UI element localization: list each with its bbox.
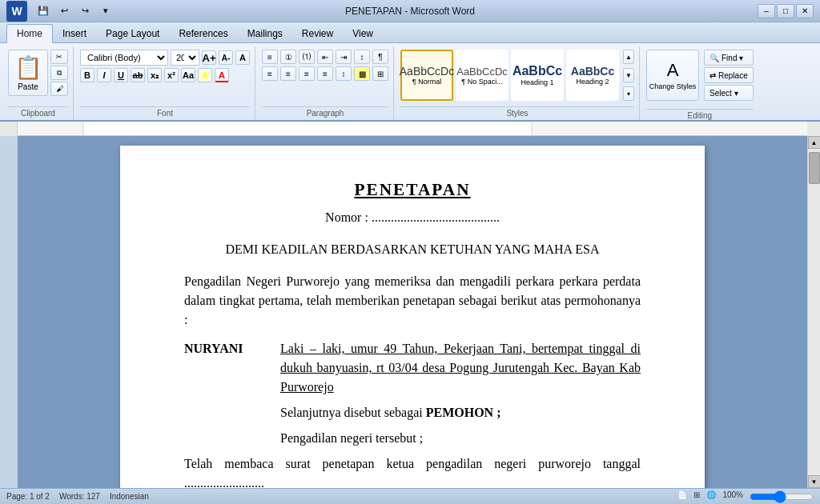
tab-home[interactable]: Home bbox=[6, 24, 53, 43]
shrink-font-btn[interactable]: A- bbox=[219, 50, 233, 65]
svg-rect-1 bbox=[83, 122, 532, 135]
font-label: Font bbox=[80, 106, 250, 120]
tab-review[interactable]: Review bbox=[292, 25, 343, 42]
window-title: PENETAPAN - Microsoft Word bbox=[345, 6, 475, 17]
document-scroll[interactable]: PENETAPAN Nomor : ......................… bbox=[18, 136, 807, 488]
cut-button[interactable]: ✂ bbox=[50, 50, 68, 64]
scroll-down-arrow[interactable]: ▼ bbox=[808, 475, 821, 488]
customize-btn[interactable]: ▾ bbox=[98, 3, 114, 19]
close-btn[interactable]: ✕ bbox=[796, 4, 814, 18]
highlight-btn[interactable]: A bbox=[198, 68, 212, 82]
grow-font-btn[interactable]: A+ bbox=[202, 50, 216, 65]
styles-scroll-down[interactable]: ▼ bbox=[623, 68, 634, 82]
language: Indonesian bbox=[110, 492, 149, 501]
document-area: PENETAPAN Nomor : ......................… bbox=[0, 136, 820, 488]
styles-scroll-up[interactable]: ▲ bbox=[623, 50, 634, 64]
zoom-level: 100% bbox=[722, 490, 743, 503]
tab-view[interactable]: View bbox=[343, 25, 383, 42]
justify-btn[interactable]: ≡ bbox=[317, 66, 333, 81]
doc-nomor: Nomor : ................................… bbox=[184, 208, 641, 227]
maximize-btn[interactable]: □ bbox=[777, 4, 794, 18]
ruler-corner bbox=[0, 122, 18, 136]
status-right: 📄 ⊞ 🌐 100% bbox=[677, 490, 814, 503]
find-icon: 🔍 bbox=[709, 54, 719, 62]
style-heading1[interactable]: AaBbCc Heading 1 bbox=[511, 50, 564, 101]
find-label: Find bbox=[722, 54, 737, 62]
bullets-btn[interactable]: ≡ bbox=[262, 50, 278, 64]
strikethrough-btn[interactable]: ab bbox=[131, 68, 145, 82]
change-styles-label: Change Styles bbox=[649, 82, 697, 90]
align-right-btn[interactable]: ≡ bbox=[299, 66, 315, 81]
style-no-spacing[interactable]: AaBbCcDc ¶ No Spaci... bbox=[456, 50, 508, 101]
superscript-btn[interactable]: x² bbox=[164, 68, 179, 82]
align-left-btn[interactable]: ≡ bbox=[262, 66, 278, 81]
replace-label: Replace bbox=[718, 71, 748, 80]
paste-label: Paste bbox=[18, 82, 38, 91]
save-quick-btn[interactable]: 💾 bbox=[35, 3, 51, 19]
line-spacing-btn[interactable]: ↕ bbox=[336, 66, 352, 81]
show-formatting-btn[interactable]: ¶ bbox=[372, 50, 388, 64]
copy-button[interactable]: ⧉ bbox=[50, 66, 68, 80]
styles-dropdown[interactable]: ▾ bbox=[623, 86, 634, 101]
underline-button[interactable]: U bbox=[114, 68, 128, 82]
styles-scroll: ▲ ▼ ▾ bbox=[623, 50, 634, 101]
font-name-select[interactable]: Calibri (Body) bbox=[80, 50, 168, 66]
paragraph-group: ≡ ① ⑴ ⇤ ⇥ ↕ ¶ ≡ ≡ ≡ ≡ ↕ ▩ ⊞ bbox=[257, 46, 394, 120]
view-fullscreen-btn[interactable]: ⊞ bbox=[693, 490, 700, 503]
tab-references[interactable]: References bbox=[169, 25, 237, 42]
font-group: Calibri (Body) 20 A+ A- A B I U ab x₂ x² bbox=[75, 46, 255, 120]
sort-btn[interactable]: ↕ bbox=[354, 50, 370, 64]
scrollbar-right[interactable]: ▲ ▼ bbox=[807, 136, 820, 488]
select-label: Select ▾ bbox=[709, 89, 738, 98]
numbering-btn[interactable]: ① bbox=[280, 50, 296, 64]
bold-button[interactable]: B bbox=[80, 68, 94, 82]
increase-indent-btn[interactable]: ⇥ bbox=[336, 50, 352, 64]
align-center-btn[interactable]: ≡ bbox=[280, 66, 296, 81]
scroll-up-arrow[interactable]: ▲ bbox=[808, 136, 821, 149]
multilevel-btn[interactable]: ⑴ bbox=[299, 50, 315, 64]
ruler-right-corner bbox=[807, 122, 820, 136]
tab-mailings[interactable]: Mailings bbox=[238, 25, 292, 42]
font-size-select[interactable]: 20 bbox=[171, 50, 199, 66]
change-styles-icon: A bbox=[667, 60, 679, 81]
format-painter-button[interactable]: 🖌 bbox=[50, 82, 68, 96]
scroll-thumb[interactable] bbox=[809, 152, 820, 184]
redo-btn[interactable]: ↪ bbox=[77, 3, 93, 19]
replace-button[interactable]: ⇄ Replace bbox=[704, 67, 754, 83]
minimize-btn[interactable]: – bbox=[758, 4, 775, 18]
replace-icon: ⇄ bbox=[709, 71, 716, 80]
view-print-btn[interactable]: 📄 bbox=[677, 490, 687, 503]
border-btn[interactable]: ⊞ bbox=[372, 66, 388, 81]
clipboard-label: Clipboard bbox=[8, 106, 68, 120]
horizontal-ruler bbox=[18, 122, 807, 136]
doc-party-row: NURYANI Laki – laki, umur 49 Tahun, Peke… bbox=[184, 339, 641, 397]
select-button[interactable]: Select ▾ bbox=[704, 85, 754, 101]
paste-button[interactable]: 📋 Paste bbox=[8, 50, 48, 96]
title-bar: W 💾 ↩ ↪ ▾ PENETAPAN - Microsoft Word – □… bbox=[0, 0, 820, 22]
decrease-indent-btn[interactable]: ⇤ bbox=[317, 50, 333, 64]
ribbon-tabs: Home Insert Page Layout References Maili… bbox=[0, 22, 820, 43]
pemohon-label: PEMOHON ; bbox=[426, 406, 501, 419]
font-color-btn[interactable]: A bbox=[215, 68, 229, 82]
doc-selanjutnya: Selanjutnya disebut sebagai PEMOHON ; bbox=[184, 403, 641, 422]
para-controls: ≡ ① ⑴ ⇤ ⇥ ↕ ¶ ≡ ≡ ≡ ≡ ↕ ▩ ⊞ bbox=[262, 50, 388, 81]
styles-cards-row: AaBbCcDc ¶ Normal AaBbCcDc ¶ No Spaci...… bbox=[400, 46, 634, 101]
clear-format-btn[interactable]: A bbox=[235, 50, 250, 65]
ruler-svg bbox=[19, 122, 806, 135]
view-web-btn[interactable]: 🌐 bbox=[706, 490, 716, 503]
text-case-btn[interactable]: Aa bbox=[181, 68, 195, 82]
style-heading2[interactable]: AaBbCc Heading 2 bbox=[566, 50, 619, 101]
party-detail: Laki – laki, umur 49 Tahun, Pekerjaan Ta… bbox=[280, 339, 641, 397]
zoom-slider[interactable] bbox=[750, 490, 814, 503]
tab-insert[interactable]: Insert bbox=[53, 25, 96, 42]
shading-btn[interactable]: ▩ bbox=[354, 66, 370, 81]
change-styles-button[interactable]: A Change Styles bbox=[646, 50, 699, 101]
find-button[interactable]: 🔍 Find ▾ bbox=[704, 50, 754, 66]
style-normal[interactable]: AaBbCcDc ¶ Normal bbox=[400, 50, 453, 101]
italic-button[interactable]: I bbox=[97, 68, 111, 82]
page-count: Page: 1 of 2 bbox=[6, 492, 50, 501]
styles-group: AaBbCcDc ¶ Normal AaBbCcDc ¶ No Spaci...… bbox=[396, 46, 640, 120]
tab-pagelayout[interactable]: Page Layout bbox=[96, 25, 169, 42]
subscript-btn[interactable]: x₂ bbox=[147, 68, 162, 82]
undo-btn[interactable]: ↩ bbox=[56, 3, 72, 19]
